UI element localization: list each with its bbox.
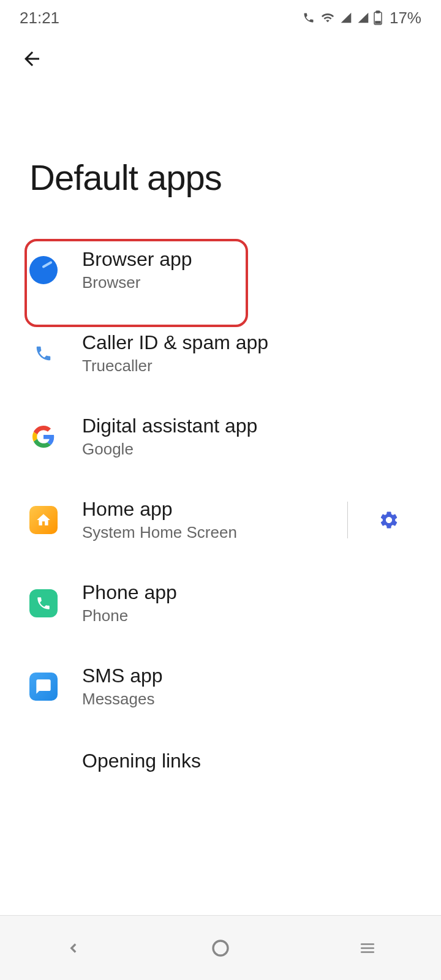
volte-icon bbox=[301, 12, 316, 24]
list-text: Caller ID & spam app Truecaller bbox=[82, 331, 412, 375]
nav-home-icon bbox=[211, 938, 230, 958]
list-item-browser-app[interactable]: Browser app Browser bbox=[0, 228, 441, 312]
arrow-back-icon bbox=[21, 48, 43, 70]
item-subtitle: Messages bbox=[82, 690, 412, 709]
nav-recents-button[interactable] bbox=[352, 933, 383, 963]
wifi-icon bbox=[320, 11, 336, 24]
item-subtitle: Google bbox=[82, 440, 412, 459]
list-item-caller-id[interactable]: Caller ID & spam app Truecaller bbox=[0, 312, 441, 395]
home-settings-button[interactable] bbox=[347, 502, 412, 538]
browser-icon bbox=[29, 256, 58, 284]
item-title: Home app bbox=[82, 498, 341, 521]
navigation-bar bbox=[0, 915, 441, 980]
messages-icon bbox=[29, 673, 58, 701]
google-icon bbox=[29, 423, 58, 451]
gear-icon bbox=[379, 510, 399, 530]
battery-icon bbox=[374, 10, 382, 25]
item-title: Opening links bbox=[82, 750, 412, 772]
home-icon bbox=[29, 506, 58, 534]
item-title: Digital assistant app bbox=[82, 415, 412, 437]
list-item-digital-assistant[interactable]: Digital assistant app Google bbox=[0, 395, 441, 478]
item-subtitle: Browser bbox=[82, 273, 412, 292]
nav-recents-icon bbox=[358, 940, 377, 956]
truecaller-icon bbox=[29, 339, 58, 368]
item-title: SMS app bbox=[82, 665, 412, 687]
item-title: Caller ID & spam app bbox=[82, 331, 412, 354]
nav-home-button[interactable] bbox=[205, 933, 236, 963]
list-text: Home app System Home Screen bbox=[82, 498, 341, 542]
signal-icon-1 bbox=[339, 12, 353, 24]
list-text: Browser app Browser bbox=[82, 248, 412, 292]
list-text: Digital assistant app Google bbox=[82, 415, 412, 459]
item-subtitle: System Home Screen bbox=[82, 523, 341, 542]
list-item-phone-app[interactable]: Phone app Phone bbox=[0, 562, 441, 645]
item-title: Phone app bbox=[82, 581, 412, 604]
svg-rect-2 bbox=[375, 21, 380, 23]
status-right: 17% bbox=[301, 9, 421, 28]
status-time: 21:21 bbox=[20, 9, 59, 28]
svg-rect-1 bbox=[376, 11, 380, 13]
status-bar: 21:21 17% bbox=[0, 0, 441, 36]
item-subtitle: Truecaller bbox=[82, 356, 412, 375]
list-item-sms-app[interactable]: SMS app Messages bbox=[0, 645, 441, 728]
item-title: Browser app bbox=[82, 248, 412, 271]
app-header bbox=[0, 36, 441, 71]
list-text: SMS app Messages bbox=[82, 665, 412, 709]
list-item-home-app[interactable]: Home app System Home Screen bbox=[0, 478, 441, 562]
list-text: Opening links bbox=[82, 750, 412, 775]
list-item-opening-links[interactable]: Opening links bbox=[0, 728, 441, 796]
nav-back-icon bbox=[66, 938, 81, 959]
page-title: Default apps bbox=[0, 71, 441, 228]
battery-percent: 17% bbox=[390, 9, 421, 28]
status-icons bbox=[301, 10, 382, 25]
phone-icon bbox=[29, 589, 58, 617]
item-subtitle: Phone bbox=[82, 606, 412, 625]
back-button[interactable] bbox=[20, 47, 44, 71]
nav-back-button[interactable] bbox=[58, 933, 89, 963]
svg-point-3 bbox=[213, 941, 228, 956]
list-text: Phone app Phone bbox=[82, 581, 412, 625]
signal-icon-2 bbox=[356, 12, 370, 24]
